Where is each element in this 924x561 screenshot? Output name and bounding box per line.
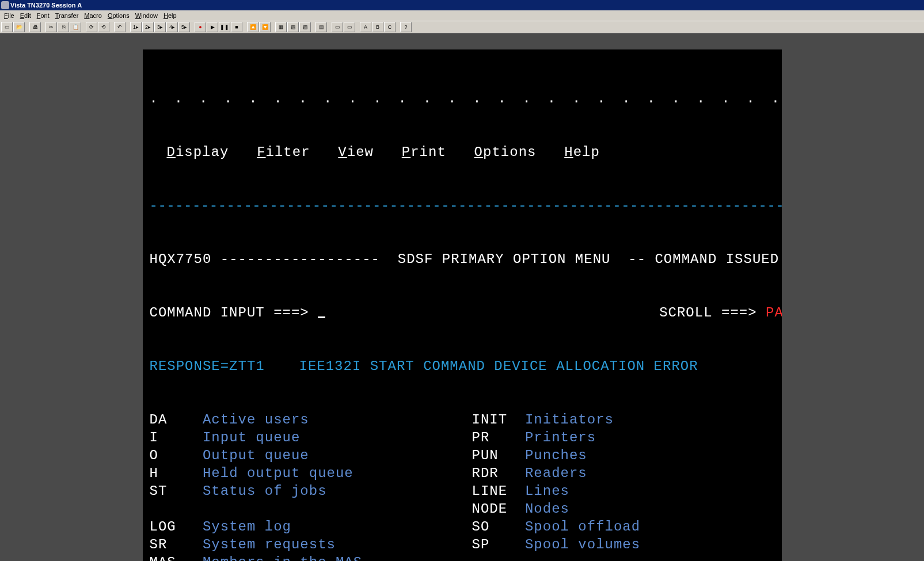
option-desc: Nodes [525, 501, 569, 517]
term-menu-help[interactable]: Help [564, 144, 628, 160]
option-row: O Output queuePUN Punches [150, 446, 778, 464]
toolbar-pf4-button[interactable]: 4▸ [166, 22, 178, 32]
option-cmd-so[interactable]: SO [472, 518, 525, 536]
menu-options[interactable]: Options [105, 10, 132, 21]
option-desc: Spool volumes [525, 537, 640, 552]
option-desc: System requests [203, 537, 336, 552]
cursor [318, 307, 325, 318]
option-cmd-log[interactable]: LOG [150, 518, 203, 536]
toolbar-screen1-button[interactable]: ▭ [332, 22, 343, 32]
term-menu-filter[interactable]: Filter [257, 144, 338, 160]
option-desc: Status of jobs [203, 483, 327, 499]
terminal-divider: ----------------------------------------… [150, 197, 778, 215]
option-cmd-node[interactable]: NODE [472, 500, 525, 518]
option-row: SR System requestsSP Spool volumes [150, 536, 778, 554]
toolbar-paste-button[interactable]: 📋 [70, 22, 81, 32]
toolbar-keypad-button[interactable]: ▤ [315, 22, 327, 32]
option-cmd-pr[interactable]: PR [472, 429, 525, 446]
menu-edit[interactable]: Edit [17, 10, 34, 21]
toolbar-refresh-button[interactable]: ⟳ [86, 22, 97, 32]
option-desc: System log [203, 519, 291, 535]
toolbar-B-button[interactable]: B [372, 22, 383, 32]
toolbar-C-button[interactable]: C [384, 22, 396, 32]
app-toolbar[interactable]: ▭📂🖶✂⎘📋⟳⟲↶1▸2▸3▸4▸5▸●▶❚❚■🔼🔽▦▧▨▤▭▭ABC? [0, 21, 924, 33]
window-title: Vista TN3270 Session A [10, 2, 82, 9]
toolbar-cut-button[interactable]: ✂ [45, 22, 57, 32]
toolbar-rec-button[interactable]: ● [195, 22, 206, 32]
option-cmd-line[interactable]: LINE [472, 482, 525, 500]
option-cmd-mas[interactable]: MAS [150, 554, 203, 561]
option-cmd-o[interactable]: O [150, 446, 203, 464]
option-desc: Input queue [203, 430, 300, 445]
option-row: I Input queuePR Printers [150, 429, 778, 446]
option-cmd-i[interactable]: I [150, 429, 203, 446]
command-line[interactable]: COMMAND INPUT ===> SCROLL ===> PAGE [150, 304, 778, 322]
option-desc: Held output queue [203, 465, 353, 481]
option-row: DA Active usersINIT Initiators [150, 411, 778, 429]
option-row: ST Status of jobsLINE Lines [150, 482, 778, 500]
option-cmd-h[interactable]: H [150, 464, 203, 482]
toolbar-print-button[interactable]: 🖶 [29, 22, 41, 32]
toolbar-help-button[interactable]: ? [400, 22, 412, 32]
option-cmd-pun[interactable]: PUN [472, 446, 525, 464]
option-desc: Active users [203, 412, 309, 428]
response-line: RESPONSE=ZTT1IEE132I START COMMAND DEVIC… [150, 357, 778, 375]
option-desc: Initiators [525, 412, 614, 428]
terminal-menu[interactable]: Display Filter View Print Options Help [150, 143, 778, 161]
toolbar-cfg1-button[interactable]: ▦ [275, 22, 287, 32]
toolbar-down-button[interactable]: 🔽 [259, 22, 271, 32]
option-cmd-init[interactable]: INIT [472, 411, 525, 429]
toolbar-A-button[interactable]: A [360, 22, 371, 32]
toolbar-open-button[interactable]: 📂 [13, 22, 25, 32]
option-desc: Lines [525, 483, 569, 499]
term-menu-display[interactable]: Display [167, 144, 257, 160]
toolbar-pause-button[interactable]: ❚❚ [219, 22, 230, 32]
toolbar-undo-button[interactable]: ↶ [114, 22, 126, 32]
window-titlebar: Vista TN3270 Session A [0, 0, 924, 10]
toolbar-pf5-button[interactable]: 5▸ [178, 22, 190, 32]
option-row: H Held output queueRDR Readers [150, 464, 778, 482]
toolbar-play-button[interactable]: ▶ [207, 22, 218, 32]
option-desc: Output queue [203, 448, 309, 463]
terminal-screen[interactable]: . . . . . . . . . . . . . . . . . . . . … [143, 49, 782, 561]
app-menubar[interactable]: FileEditFontTransferMacroOptionsWindowHe… [0, 10, 924, 21]
toolbar-cfg3-button[interactable]: ▨ [299, 22, 311, 32]
toolbar-copy-button[interactable]: ⎘ [58, 22, 69, 32]
option-row: NODE Nodes [150, 500, 778, 518]
scroll-value[interactable]: PAGE [766, 305, 782, 320]
toolbar-new-button[interactable]: ▭ [1, 22, 13, 32]
term-menu-view[interactable]: View [338, 144, 401, 160]
menu-transfer[interactable]: Transfer [52, 10, 82, 21]
option-cmd-sr[interactable]: SR [150, 536, 203, 554]
toolbar-stop-button[interactable]: ■ [231, 22, 242, 32]
toolbar-pf1-button[interactable]: 1▸ [130, 22, 142, 32]
option-desc: Members in the MAS [203, 555, 362, 561]
menu-macro[interactable]: Macro [81, 10, 105, 21]
option-cmd-st[interactable]: ST [150, 482, 203, 500]
toolbar-autorefresh-button[interactable]: ⟲ [98, 22, 109, 32]
term-menu-options[interactable]: Options [474, 144, 565, 160]
menu-window[interactable]: Window [132, 10, 161, 21]
terminal-dots: . . . . . . . . . . . . . . . . . . . . … [150, 90, 778, 108]
option-desc: Punches [525, 448, 587, 463]
toolbar-pf2-button[interactable]: 2▸ [142, 22, 154, 32]
option-cmd-rdr[interactable]: RDR [472, 464, 525, 482]
app-icon [1, 1, 9, 9]
option-desc: Spool offload [525, 519, 640, 535]
term-menu-print[interactable]: Print [402, 144, 474, 160]
option-cmd-da[interactable]: DA [150, 411, 203, 429]
toolbar-screen2-button[interactable]: ▭ [344, 22, 355, 32]
toolbar-cfg2-button[interactable]: ▧ [287, 22, 299, 32]
toolbar-up-button[interactable]: 🔼 [247, 22, 258, 32]
menu-file[interactable]: File [1, 10, 17, 21]
panel-header: HQX7750 ------------------ SDSF PRIMARY … [150, 250, 778, 268]
menu-help[interactable]: Help [161, 10, 180, 21]
option-desc: Printers [525, 430, 596, 445]
option-cmd-sp[interactable]: SP [472, 536, 525, 554]
toolbar-pf3-button[interactable]: 3▸ [154, 22, 166, 32]
option-row: MAS Members in the MAS [150, 554, 778, 561]
option-row: LOG System logSO Spool offload [150, 518, 778, 536]
option-desc: Readers [525, 465, 587, 481]
menu-font[interactable]: Font [34, 10, 52, 21]
